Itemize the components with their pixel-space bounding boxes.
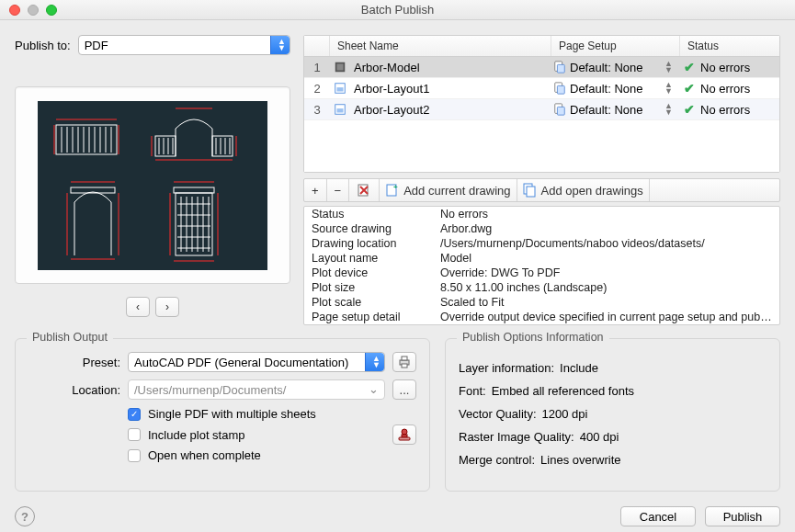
add-open-label: Add open drawings [541, 184, 643, 198]
page-setup-value: Default: None [570, 61, 643, 74]
svg-rect-52 [337, 64, 344, 71]
publish-options-legend: Publish Options Information [457, 331, 609, 344]
row-index: 1 [304, 58, 330, 77]
col-status[interactable]: Status [680, 36, 779, 56]
drawing-preview [15, 86, 290, 284]
svg-text:+: + [393, 183, 398, 191]
status-text: No errors [700, 61, 750, 74]
model-icon [330, 61, 350, 74]
table-row[interactable]: 1 Arbor-Model Default: None ✔ No err [304, 57, 779, 78]
sheet-name: Arbor-Layout1 [350, 79, 551, 98]
toolbar-spacer [650, 179, 779, 201]
page-setup-value: Default: None [570, 103, 643, 117]
svg-rect-56 [337, 87, 344, 91]
svg-rect-62 [557, 107, 564, 115]
page-setup-value: Default: None [570, 82, 643, 96]
drawing-add-icon: + [385, 183, 400, 198]
add-open-drawings-button[interactable]: Add open drawings [517, 179, 650, 201]
preview-prev-button[interactable]: ‹ [126, 297, 150, 317]
preset-value: AutoCAD PDF (General Documentation) [134, 356, 348, 369]
check-icon: ✔ [684, 102, 695, 117]
page-setup-cell[interactable]: Default: None [551, 58, 680, 77]
updown-icon [664, 103, 673, 116]
updown-icon [664, 61, 673, 74]
remove-sheet-button[interactable]: − [327, 179, 350, 201]
publish-output-group: Publish Output Preset: AutoCAD PDF (Gene… [15, 338, 430, 492]
include-plot-stamp-checkbox[interactable] [128, 428, 141, 441]
svg-point-73 [402, 429, 407, 435]
printer-icon [397, 355, 412, 369]
stamp-icon [397, 427, 412, 442]
sheet-name: Arbor-Layout2 [350, 100, 551, 119]
sheet-toolbar: + − + Add current drawing Add open drawi… [303, 178, 780, 202]
svg-rect-0 [38, 101, 267, 270]
row-index: 3 [304, 100, 330, 119]
cancel-button[interactable]: Cancel [620, 506, 696, 526]
location-combo[interactable]: /Users/murnenp/Documents/ [128, 379, 385, 400]
publish-to-label: Publish to: [15, 39, 71, 52]
updown-icon [664, 82, 673, 95]
check-icon: ✔ [684, 60, 695, 74]
page-setup-cell[interactable]: Default: None [551, 100, 680, 119]
svg-rect-75 [399, 437, 410, 440]
status-text: No errors [700, 82, 750, 96]
svg-rect-60 [337, 108, 344, 112]
preset-label: Preset: [28, 356, 120, 369]
svg-rect-72 [402, 364, 407, 368]
page-setup-icon [553, 82, 566, 95]
svg-rect-71 [402, 357, 407, 360]
table-blank-area [304, 120, 779, 172]
clear-sheets-button[interactable] [349, 179, 380, 201]
titlebar: Batch Publish [0, 0, 795, 20]
col-sheet-name[interactable]: Sheet Name [330, 36, 551, 56]
sheet-table[interactable]: Sheet Name Page Setup Status 1 Arbor-Mod… [303, 35, 780, 173]
publish-button[interactable]: Publish [705, 506, 780, 526]
single-pdf-label: Single PDF with multiple sheets [148, 407, 316, 421]
preview-next-button[interactable]: › [155, 297, 179, 317]
add-current-drawing-button[interactable]: + Add current drawing [380, 179, 517, 201]
add-sheet-button[interactable]: + [304, 179, 327, 201]
svg-rect-54 [557, 64, 564, 73]
open-when-complete-checkbox[interactable] [128, 449, 141, 462]
browse-location-button[interactable]: ... [392, 379, 416, 400]
page-setup-icon [553, 61, 566, 74]
svg-rect-58 [557, 85, 564, 94]
preview-svg [38, 101, 267, 270]
publish-options-group: Publish Options Information Layer inform… [445, 338, 780, 492]
svg-rect-69 [527, 187, 535, 197]
table-row[interactable]: 3 Arbor-Layout2 Default: None ✔ No e [304, 99, 779, 120]
layout-icon [330, 82, 350, 95]
col-page-setup[interactable]: Page Setup [551, 36, 680, 56]
plot-stamp-settings-button[interactable] [392, 424, 416, 445]
location-label: Location: [28, 383, 120, 397]
table-row[interactable]: 2 Arbor-Layout1 Default: None ✔ No e [304, 78, 779, 99]
help-button[interactable]: ? [15, 506, 35, 526]
include-plot-stamp-label: Include plot stamp [148, 428, 245, 442]
add-current-label: Add current drawing [403, 184, 510, 198]
page-setup-cell[interactable]: Default: None [551, 79, 680, 98]
publish-to-select[interactable]: PDF [78, 35, 290, 55]
publish-output-legend: Publish Output [27, 331, 113, 344]
page-setup-icon [553, 103, 566, 116]
row-index: 2 [304, 79, 330, 98]
check-icon: ✔ [684, 81, 695, 96]
preset-select[interactable]: AutoCAD PDF (General Documentation) [128, 352, 385, 372]
location-value: /Users/murnenp/Documents/ [134, 383, 286, 397]
drawings-add-icon [523, 183, 538, 198]
col-index [304, 36, 330, 56]
layout-icon [330, 103, 350, 116]
open-when-complete-label: Open when complete [148, 448, 261, 462]
sheet-name: Arbor-Model [350, 58, 551, 77]
single-pdf-checkbox[interactable] [128, 408, 141, 421]
status-text: No errors [700, 103, 750, 117]
sheet-details-panel: StatusNo errors Source drawingArbor.dwg … [303, 206, 780, 325]
window-title: Batch Publish [0, 3, 795, 17]
printer-options-button[interactable] [392, 352, 416, 372]
publish-to-value: PDF [85, 39, 108, 52]
